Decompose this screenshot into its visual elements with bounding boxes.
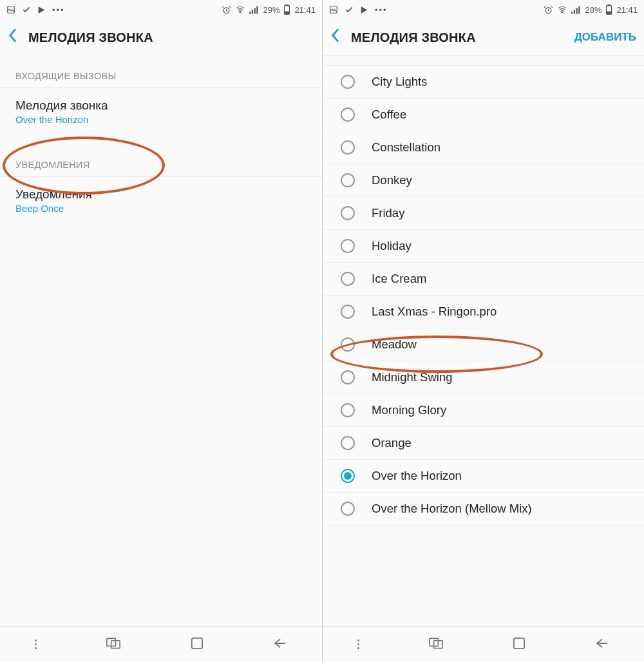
ringtone-name: Over the Horizon (Mellow Mix) [372, 502, 532, 516]
check-icon [345, 5, 354, 14]
image-icon [6, 5, 15, 14]
ringtone-setting[interactable]: Мелодия звонка Over the Horizon [0, 88, 322, 134]
ringtone-name: Ice Cream [372, 272, 426, 286]
list-item[interactable]: Constellation [323, 131, 644, 164]
radio-icon[interactable] [341, 272, 355, 286]
radio-icon[interactable] [341, 173, 355, 187]
alarm-icon [222, 5, 231, 15]
battery-percent: 28% [585, 5, 601, 15]
nav-back-icon[interactable] [273, 638, 287, 652]
notifications-value: Beep Once [15, 203, 307, 214]
ringtone-name: Orange [372, 436, 412, 450]
list-item[interactable]: Midnight Swing [323, 361, 644, 394]
notifications-setting[interactable]: Уведомления Beep Once [0, 177, 322, 223]
battery-percent: 29% [263, 5, 279, 15]
radio-icon[interactable] [341, 206, 355, 220]
phone-left: ••• 29% 21:41 МЕЛОДИЯ ЗВОНКА ВХОДЯЩ [0, 0, 322, 662]
svg-point-2 [240, 12, 242, 13]
svg-point-15 [562, 12, 564, 13]
radio-icon[interactable] [341, 436, 355, 450]
notifications-label: Уведомления [15, 187, 307, 202]
list-item[interactable]: Meadow [323, 328, 644, 361]
app-header: МЕЛОДИЯ ЗВОНКА ДОБАВИТЬ [323, 19, 644, 55]
list-item[interactable] [323, 55, 644, 66]
ringtone-name: Meadow [372, 337, 417, 352]
svg-rect-9 [285, 12, 289, 14]
play-store-icon [360, 6, 368, 14]
ringtone-value: Over the Horizon [15, 114, 307, 125]
clock-time: 21:41 [294, 5, 316, 15]
list-item[interactable]: Over the Horizon [323, 460, 644, 493]
play-store-icon [37, 6, 46, 14]
clock-time: 21:41 [616, 5, 638, 15]
svg-rect-21 [608, 5, 610, 6]
radio-icon[interactable] [341, 140, 355, 155]
nav-recents-icon[interactable] [429, 638, 443, 652]
ringtone-name: Over the Horizon [372, 469, 462, 483]
nav-home-icon[interactable] [513, 637, 526, 652]
ringtone-label: Мелодия звонка [15, 99, 307, 113]
more-icon: ••• [375, 5, 388, 15]
list-item[interactable]: Over the Horizon (Mellow Mix) [323, 493, 644, 525]
app-header: МЕЛОДИЯ ЗВОНКА [0, 19, 322, 55]
battery-icon [283, 5, 290, 15]
section-notifications: УВЕДОМЛЕНИЯ [0, 149, 322, 177]
ringtone-name: Midnight Swing [372, 370, 452, 384]
wifi-icon [235, 5, 245, 14]
list-item[interactable]: Morning Glory [323, 394, 644, 427]
nav-bar [323, 626, 644, 662]
svg-rect-6 [257, 6, 258, 14]
radio-icon[interactable] [341, 75, 355, 89]
signal-icon [249, 6, 259, 14]
list-item[interactable]: Last Xmas - Ringon.pro [323, 296, 644, 328]
list-item[interactable]: Ice Cream [323, 263, 644, 296]
ringtone-name: Coffee [372, 108, 406, 122]
radio-icon[interactable] [341, 502, 355, 516]
svg-rect-5 [254, 8, 256, 14]
page-title: МЕЛОДИЯ ЗВОНКА [28, 30, 153, 45]
alarm-icon [544, 5, 553, 15]
image-icon [329, 5, 338, 14]
back-icon[interactable] [8, 28, 17, 46]
svg-rect-4 [252, 10, 253, 14]
radio-icon[interactable] [341, 370, 355, 384]
svg-rect-22 [607, 12, 611, 14]
svg-rect-25 [514, 638, 524, 648]
check-icon [22, 5, 31, 14]
ringtone-list[interactable]: City LightsCoffeeConstellationDonkeyFrid… [323, 55, 644, 626]
radio-icon[interactable] [341, 469, 355, 483]
section-incoming: ВХОДЯЩИЕ ВЫЗОВЫ [0, 61, 322, 88]
radio-icon[interactable] [341, 403, 355, 417]
nav-recents-icon[interactable] [106, 638, 120, 652]
nav-back-icon[interactable] [595, 638, 609, 652]
svg-rect-12 [191, 638, 202, 648]
svg-rect-19 [579, 6, 580, 14]
list-item[interactable]: Holiday [323, 230, 644, 263]
svg-rect-16 [571, 12, 573, 14]
list-item[interactable]: City Lights [323, 66, 644, 99]
ringtone-name: Last Xmas - Ringon.pro [372, 305, 497, 319]
list-item[interactable]: Coffee [323, 99, 644, 131]
more-icon: ••• [52, 5, 65, 15]
ringtone-name: Friday [372, 206, 404, 220]
ringtone-name: City Lights [372, 75, 427, 89]
add-button[interactable]: ДОБАВИТЬ [574, 31, 636, 44]
status-bar: ••• 28% 21:41 [323, 0, 644, 19]
radio-icon[interactable] [341, 337, 355, 352]
battery-icon [605, 5, 612, 15]
svg-rect-18 [576, 8, 578, 14]
nav-menu-icon[interactable] [357, 639, 359, 649]
nav-menu-icon[interactable] [35, 639, 37, 649]
ringtone-name: Constellation [372, 140, 440, 155]
list-item[interactable]: Friday [323, 197, 644, 230]
radio-icon[interactable] [341, 108, 355, 122]
nav-bar [0, 626, 322, 662]
ringtone-name: Morning Glory [372, 403, 446, 417]
radio-icon[interactable] [341, 305, 355, 319]
nav-home-icon[interactable] [191, 637, 204, 652]
back-icon[interactable] [330, 28, 339, 46]
list-item[interactable]: Orange [323, 427, 644, 460]
radio-icon[interactable] [341, 239, 355, 253]
status-bar: ••• 29% 21:41 [0, 0, 322, 19]
list-item[interactable]: Donkey [323, 164, 644, 197]
